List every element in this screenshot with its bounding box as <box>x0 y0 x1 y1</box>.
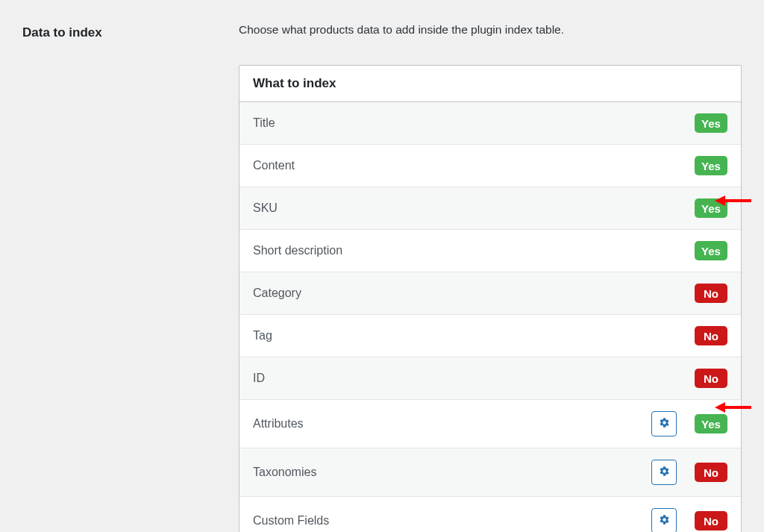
index-row: TaxonomiesNo <box>239 448 741 497</box>
index-row: Custom FieldsNo <box>239 497 741 532</box>
section-description: Choose what products data to add inside … <box>239 23 742 37</box>
toggle-badge[interactable]: No <box>695 463 727 482</box>
row-controls: Yes <box>695 198 727 218</box>
row-label: ID <box>253 372 265 385</box>
row-label: Tag <box>253 329 272 342</box>
toggle-badge[interactable]: No <box>695 284 727 303</box>
toggle-badge[interactable]: Yes <box>695 198 727 218</box>
row-controls: No <box>695 284 727 303</box>
row-label: SKU <box>253 201 278 215</box>
settings-button[interactable] <box>651 508 677 532</box>
section-title: Data to index <box>22 25 209 40</box>
gear-icon <box>659 514 670 528</box>
settings-button[interactable] <box>651 411 677 436</box>
row-controls: Yes <box>695 156 727 175</box>
row-controls: No <box>651 508 727 532</box>
row-controls: No <box>695 326 727 345</box>
row-label: Attributes <box>253 417 304 431</box>
row-label: Content <box>253 159 295 172</box>
index-row: SKUYes <box>239 187 741 230</box>
toggle-badge[interactable]: Yes <box>695 241 727 260</box>
row-label: Short description <box>253 244 342 257</box>
toggle-badge[interactable]: Yes <box>695 414 727 434</box>
index-row: ContentYes <box>239 145 741 187</box>
toggle-badge[interactable]: No <box>695 326 727 345</box>
row-controls: Yes <box>695 113 727 133</box>
row-label: Title <box>253 116 275 130</box>
panel-body: TitleYesContentYesSKUYesShort descriptio… <box>239 102 741 532</box>
index-row: CategoryNo <box>239 272 741 315</box>
row-controls: No <box>695 369 727 388</box>
index-row: TitleYes <box>239 102 741 145</box>
index-row: TagNo <box>239 315 741 357</box>
index-row: AttributesYes <box>239 400 741 448</box>
row-label: Custom Fields <box>253 514 329 528</box>
gear-icon <box>659 466 670 479</box>
toggle-badge[interactable]: Yes <box>695 113 727 133</box>
gear-icon <box>659 417 670 431</box>
index-row: Short descriptionYes <box>239 230 741 272</box>
row-label: Category <box>253 287 301 300</box>
panel-header: What to index <box>239 66 741 102</box>
row-controls: Yes <box>651 411 727 436</box>
settings-button[interactable] <box>651 460 677 485</box>
toggle-badge[interactable]: No <box>695 511 727 531</box>
toggle-badge[interactable]: No <box>695 369 727 388</box>
index-row: IDNo <box>239 357 741 400</box>
row-controls: No <box>651 460 727 485</box>
toggle-badge[interactable]: Yes <box>695 156 727 175</box>
row-label: Taxonomies <box>253 466 316 479</box>
index-panel: What to index TitleYesContentYesSKUYesSh… <box>239 65 742 532</box>
row-controls: Yes <box>695 241 727 260</box>
